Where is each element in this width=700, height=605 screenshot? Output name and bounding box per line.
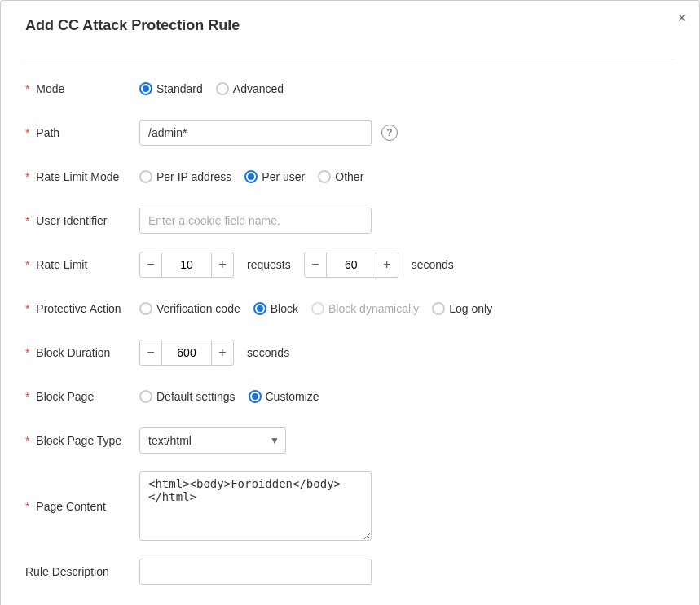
rate-limit-per-user-option[interactable]: Per user [244,170,305,183]
protective-action-block-option[interactable]: Block [253,302,298,315]
block-duration-row: * Block Duration − + seconds [25,340,675,366]
page-content-label: * Page Content [25,500,139,513]
mode-standard-radio[interactable] [139,82,152,95]
path-label: * Path [25,126,139,139]
block-page-type-select[interactable]: text/html text/plain application/json [139,427,286,454]
block-page-type-label: * Block Page Type [25,434,139,447]
rate-limit-row: * Rate Limit − + requests − + seconds [25,252,675,278]
rate-limit-control: − + requests − + seconds [139,252,460,278]
protective-action-block-dynamically-radio [311,302,324,315]
rate-limit-other-radio[interactable] [318,170,331,183]
block-page-required: * [25,390,29,403]
page-content-control: <html><body>Forbidden</body></html> [139,471,372,541]
rate-limit-label: * Rate Limit [25,258,139,271]
seconds-stepper: − + [304,252,398,278]
close-button[interactable]: × [677,11,686,25]
protective-action-label: * Protective Action [25,302,139,315]
protective-action-log-only-option[interactable]: Log only [432,302,492,315]
protective-action-row: * Protective Action Verification code Bl… [25,296,675,322]
mode-control: Standard Advanced [139,82,284,95]
rate-limit-mode-label: * Rate Limit Mode [25,170,139,183]
rate-limit-mode-control: Per IP address Per user Other [139,170,363,183]
block-duration-stepper: − + [139,340,234,366]
requests-decrement-button[interactable]: − [139,252,162,278]
rate-limit-mode-row: * Rate Limit Mode Per IP address Per use… [25,164,675,190]
block-page-type-select-wrapper: text/html text/plain application/json ▼ [139,427,286,454]
user-identifier-control [139,208,372,234]
page-content-textarea[interactable]: <html><body>Forbidden</body></html> [139,471,372,541]
seconds-increment-button[interactable]: + [376,252,398,278]
path-control: ? [139,120,398,146]
dialog-title: Add CC Attack Protection Rule [25,17,675,42]
block-page-customize-option[interactable]: Customize [249,390,319,403]
user-identifier-row: * User Identifier [25,208,675,234]
path-help-icon[interactable]: ? [381,125,398,141]
block-duration-decrement-button[interactable]: − [139,340,162,366]
block-page-default-radio[interactable] [139,390,152,403]
mode-advanced-option[interactable]: Advanced [216,82,284,95]
block-duration-seconds-label: seconds [247,346,289,359]
protective-action-required: * [25,302,29,315]
path-row: * Path ? [25,120,675,146]
rule-description-row: Rule Description [25,559,675,585]
requests-input[interactable] [162,252,211,278]
rule-description-control [139,559,372,585]
protective-action-verification-option[interactable]: Verification code [139,302,240,315]
path-required: * [25,126,29,139]
path-input[interactable] [139,120,372,146]
mode-label: * Mode [25,82,139,95]
mode-advanced-radio[interactable] [216,82,229,95]
requests-increment-button[interactable]: + [211,252,234,278]
seconds-decrement-button[interactable]: − [304,252,327,278]
protective-action-control: Verification code Block Block dynamicall… [139,302,492,315]
rate-limit-per-user-radio[interactable] [244,170,258,183]
block-duration-control: − + seconds [139,340,296,366]
requests-stepper: − + [139,252,234,278]
rate-limit-required: * [25,258,29,271]
block-page-row: * Block Page Default settings Customize [25,384,675,410]
protective-action-block-dynamically-option: Block dynamically [311,302,419,315]
mode-row: * Mode Standard Advanced [25,76,675,102]
user-identifier-label: * User Identifier [25,214,139,227]
divider [25,59,675,59]
block-page-type-row: * Block Page Type text/html text/plain a… [25,427,675,454]
block-duration-input[interactable] [162,340,211,366]
rate-limit-mode-required: * [25,170,29,183]
seconds-input[interactable] [327,252,376,278]
block-duration-required: * [25,346,29,359]
block-page-label: * Block Page [25,390,139,403]
requests-label: requests [247,258,291,271]
user-identifier-required: * [25,214,29,227]
page-content-required: * [25,500,29,513]
rate-limit-per-ip-radio[interactable] [139,170,152,183]
rate-limit-per-ip-option[interactable]: Per IP address [139,170,231,183]
block-page-type-required: * [25,434,29,447]
seconds-label: seconds [412,258,454,271]
mode-standard-option[interactable]: Standard [139,82,203,95]
block-page-type-control: text/html text/plain application/json ▼ [139,427,286,454]
rule-description-label: Rule Description [25,565,139,578]
protective-action-block-radio[interactable] [253,302,266,315]
page-content-row: * Page Content <html><body>Forbidden</bo… [25,471,675,541]
block-duration-label: * Block Duration [25,346,139,359]
block-page-control: Default settings Customize [139,390,319,403]
rule-description-input[interactable] [139,559,372,585]
block-page-customize-radio[interactable] [249,390,262,403]
mode-required: * [25,82,29,95]
rate-limit-other-option[interactable]: Other [318,170,363,183]
block-page-default-option[interactable]: Default settings [139,390,236,403]
protective-action-log-only-radio[interactable] [432,302,445,315]
protective-action-verification-radio[interactable] [139,302,152,315]
user-identifier-input[interactable] [139,208,372,234]
block-duration-increment-button[interactable]: + [211,340,234,366]
dialog: Add CC Attack Protection Rule × * Mode S… [0,0,700,605]
